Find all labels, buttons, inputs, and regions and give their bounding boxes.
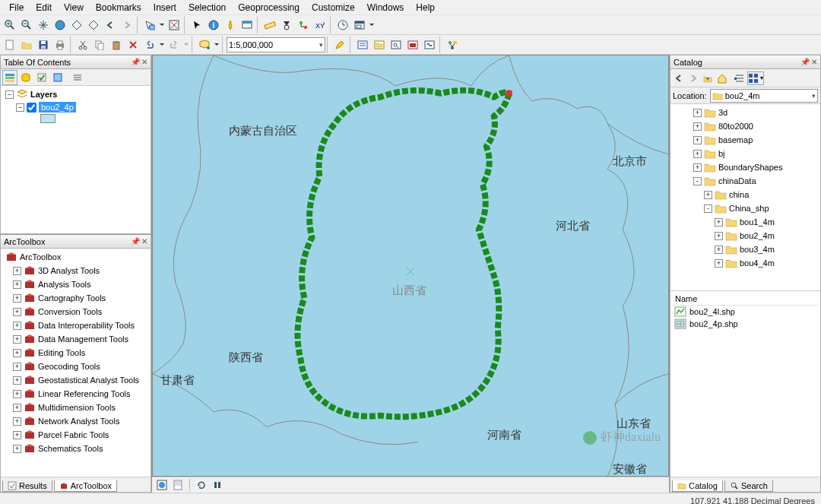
toolbox-item[interactable]: +Data Interoperability Tools [2, 319, 149, 332]
expand-icon[interactable]: + [693, 163, 702, 172]
toolbox-item[interactable]: +Linear Referencing Tools [2, 387, 149, 401]
layer-name[interactable]: bou2_4p [39, 102, 76, 113]
collapse-icon[interactable]: − [16, 103, 24, 112]
toolbox-item[interactable]: +Conversion Tools [2, 305, 149, 319]
new-icon[interactable] [2, 36, 18, 53]
toolbox-item[interactable]: +Geocoding Tools [2, 360, 149, 373]
expand-icon[interactable]: + [715, 218, 723, 227]
menu-file[interactable]: File [3, 1, 30, 14]
expand-icon[interactable]: + [715, 259, 723, 268]
tab-arctoolbox[interactable]: ArcToolbox [54, 480, 117, 492]
expand-icon[interactable]: + [715, 232, 723, 240]
zoom-in-icon[interactable] [2, 17, 18, 33]
redo-icon[interactable] [166, 36, 182, 53]
forward-icon[interactable] [686, 71, 700, 85]
menu-insert[interactable]: Insert [147, 1, 182, 14]
fixed-zoom-in-icon[interactable] [68, 17, 85, 33]
menu-bookmarks[interactable]: Bookmarks [90, 1, 147, 14]
menu-help[interactable]: Help [410, 1, 441, 14]
expand-icon[interactable]: + [693, 122, 702, 131]
back-icon[interactable] [672, 71, 686, 85]
pin-icon[interactable]: 📌 [800, 58, 810, 66]
toc-layers-root[interactable]: − Layers [2, 87, 149, 101]
catalog-file-item[interactable]: bou2_4l.shp [672, 306, 819, 318]
find-icon[interactable] [278, 17, 295, 33]
full-extent-icon[interactable] [52, 17, 68, 33]
pin-icon[interactable]: 📌 [131, 58, 140, 66]
tab-search[interactable]: Search [724, 480, 773, 492]
viewer-dropdown-icon[interactable] [368, 17, 376, 33]
catalog-tree-item[interactable]: +bou2_4m [672, 229, 819, 242]
catalog-tree-item[interactable]: +BoundaryShapes [672, 160, 819, 174]
expand-icon[interactable]: + [13, 281, 21, 289]
pan-icon[interactable] [35, 17, 52, 33]
catalog-tree-item[interactable]: +80to2000 [672, 119, 819, 133]
expand-icon[interactable]: + [13, 417, 21, 426]
expand-icon[interactable]: + [13, 431, 21, 439]
hyperlink-icon[interactable] [222, 17, 239, 33]
back-icon[interactable] [102, 17, 119, 33]
toolbox-item[interactable]: +Multidimension Tools [2, 401, 149, 414]
expand-icon[interactable]: + [13, 335, 21, 344]
viewer-window-icon[interactable] [351, 17, 368, 33]
toolbox-item[interactable]: +Network Analyst Tools [2, 414, 149, 428]
add-data-icon[interactable] [196, 36, 213, 53]
catalog-tree-item[interactable]: +basemap [672, 133, 819, 147]
close-icon[interactable]: ✕ [811, 58, 817, 66]
home-icon[interactable] [715, 71, 729, 85]
menu-selection[interactable]: Selection [182, 1, 232, 14]
catalog-tree-item[interactable]: -chinaData [672, 174, 819, 188]
expand-icon[interactable]: + [13, 445, 21, 453]
toc-symbol[interactable] [2, 113, 149, 124]
add-data-dropdown-icon[interactable] [213, 36, 220, 53]
toolbox-item[interactable]: +Geostatistical Analyst Tools [2, 373, 149, 387]
pause-icon[interactable] [211, 478, 224, 492]
model-builder-icon[interactable] [444, 36, 461, 53]
tab-catalog[interactable]: Catalog [672, 480, 723, 492]
expand-icon[interactable]: + [715, 246, 723, 254]
layer-visibility-checkbox[interactable] [27, 103, 36, 113]
catalog-file-item[interactable]: bou2_4p.shp [672, 318, 819, 330]
collapse-icon[interactable]: − [5, 90, 14, 99]
scale-input[interactable]: 1:5,000,000▾ [227, 37, 325, 52]
expand-icon[interactable]: + [13, 363, 21, 371]
chevron-down-icon[interactable]: ▾ [812, 92, 816, 100]
goto-xy-icon[interactable]: XY [312, 17, 328, 33]
catalog-window-icon[interactable] [371, 36, 388, 53]
catalog-tree-item[interactable]: +china [672, 188, 819, 201]
copy-icon[interactable] [91, 36, 108, 53]
select-features-icon[interactable] [141, 17, 158, 33]
list-by-drawing-icon[interactable] [2, 70, 17, 85]
expand-icon[interactable]: + [13, 308, 21, 316]
expand-icon[interactable]: + [13, 267, 21, 275]
catalog-tree-item[interactable]: -China_shp [672, 201, 819, 215]
list-by-visibility-icon[interactable] [34, 70, 49, 85]
catalog-tree-item[interactable]: +bou3_4m [672, 242, 819, 256]
list-by-selection-icon[interactable] [50, 70, 65, 85]
expand-icon[interactable]: + [13, 294, 21, 303]
collapse-icon[interactable]: - [704, 204, 712, 213]
close-icon[interactable]: ✕ [141, 58, 147, 66]
undo-icon[interactable] [141, 36, 158, 53]
view-mode-icon[interactable]: ▾ [747, 71, 764, 85]
timeslider-icon[interactable] [334, 17, 351, 33]
expand-icon[interactable]: + [13, 376, 21, 385]
layout-view-icon[interactable] [171, 478, 185, 492]
save-icon[interactable] [35, 36, 52, 53]
toolbox-item[interactable]: +3D Analyst Tools [2, 264, 149, 277]
catalog-tree-item[interactable]: +3d [672, 106, 819, 119]
undo-dropdown-icon[interactable] [158, 36, 166, 53]
chevron-down-icon[interactable]: ▾ [319, 41, 323, 49]
expand-icon[interactable]: + [693, 109, 702, 117]
pointer-icon[interactable] [189, 17, 205, 33]
arctoolbox-window-icon[interactable] [404, 36, 421, 53]
search-window-icon[interactable] [388, 36, 404, 53]
menu-customize[interactable]: Customize [306, 1, 361, 14]
forward-icon[interactable] [119, 17, 135, 33]
expand-icon[interactable]: + [693, 136, 702, 144]
catalog-tree-item[interactable]: +bj [672, 147, 819, 160]
list-by-source-icon[interactable] [18, 70, 33, 85]
measure-icon[interactable] [262, 17, 278, 33]
location-input[interactable]: bou2_4m ▾ [710, 89, 818, 103]
redo-dropdown-icon[interactable] [182, 36, 190, 53]
